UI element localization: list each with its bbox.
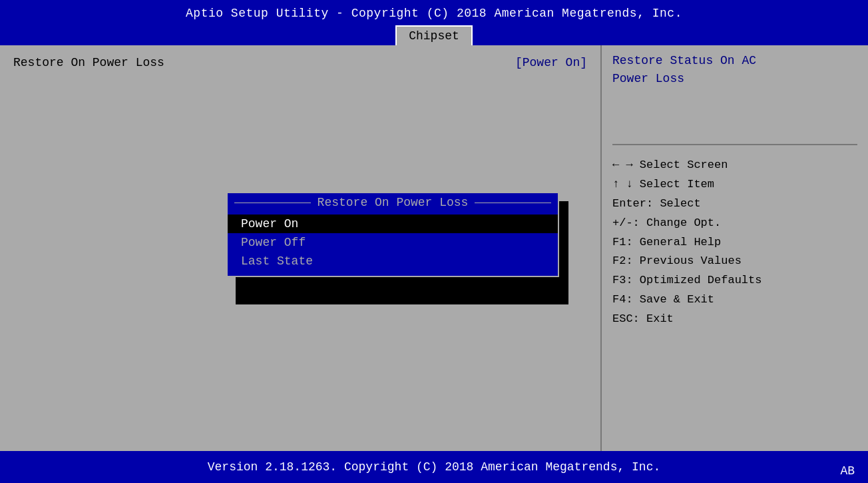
keybindings: ← → Select Screen↑ ↓ Select ItemEnter: S… bbox=[612, 156, 857, 329]
keybinding-4: F1: General Help bbox=[612, 233, 857, 252]
bios-app: Aptio Setup Utility - Copyright (C) 2018… bbox=[0, 0, 868, 483]
dropdown-option-2[interactable]: Last State bbox=[228, 252, 558, 270]
help-text: Restore Status On ACPower Loss bbox=[612, 52, 857, 132]
dropdown-title-bar: Restore On Power Loss bbox=[228, 193, 558, 212]
header: Aptio Setup Utility - Copyright (C) 2018… bbox=[0, 0, 868, 45]
main-content: Restore On Power Loss [Power On] Restore… bbox=[0, 45, 868, 451]
keybinding-5: F2: Previous Values bbox=[612, 252, 857, 271]
dropdown-options: Power OnPower OffLast State bbox=[228, 212, 558, 276]
dropdown-option-0[interactable]: Power On bbox=[228, 215, 558, 233]
setting-row-restore[interactable]: Restore On Power Loss [Power On] bbox=[11, 52, 590, 73]
tab-bar: Chipset bbox=[395, 25, 473, 45]
footer-text: Version 2.18.1263. Copyright (C) 2018 Am… bbox=[208, 460, 661, 474]
dropdown-container: Restore On Power Loss Power OnPower OffL… bbox=[226, 192, 559, 277]
keybinding-8: ESC: Exit bbox=[612, 310, 857, 329]
left-panel: Restore On Power Loss [Power On] Restore… bbox=[0, 45, 602, 451]
divider bbox=[612, 144, 857, 145]
keybinding-6: F3: Optimized Defaults bbox=[612, 271, 857, 290]
keybinding-7: F4: Save & Exit bbox=[612, 290, 857, 310]
dropdown-option-1[interactable]: Power Off bbox=[228, 233, 558, 252]
footer-ab: AB bbox=[840, 464, 855, 478]
keybinding-3: +/-: Change Opt. bbox=[612, 214, 857, 233]
right-panel: Restore Status On ACPower Loss ← → Selec… bbox=[602, 45, 868, 451]
footer: Version 2.18.1263. Copyright (C) 2018 Am… bbox=[0, 451, 868, 483]
dropdown-box: Restore On Power Loss Power OnPower OffL… bbox=[226, 192, 559, 277]
setting-label-restore: Restore On Power Loss bbox=[13, 56, 515, 69]
chipset-tab[interactable]: Chipset bbox=[395, 25, 473, 45]
setting-value-restore: [Power On] bbox=[515, 56, 587, 69]
header-title: Aptio Setup Utility - Copyright (C) 2018… bbox=[186, 4, 682, 23]
dropdown-title-line-right bbox=[475, 203, 551, 203]
keybinding-1: ↑ ↓ Select Item bbox=[612, 175, 857, 195]
keybinding-2: Enter: Select bbox=[612, 195, 857, 214]
dropdown-title-text: Restore On Power Loss bbox=[318, 196, 469, 209]
dropdown-title-line-left bbox=[234, 203, 311, 203]
keybinding-0: ← → Select Screen bbox=[612, 156, 857, 175]
